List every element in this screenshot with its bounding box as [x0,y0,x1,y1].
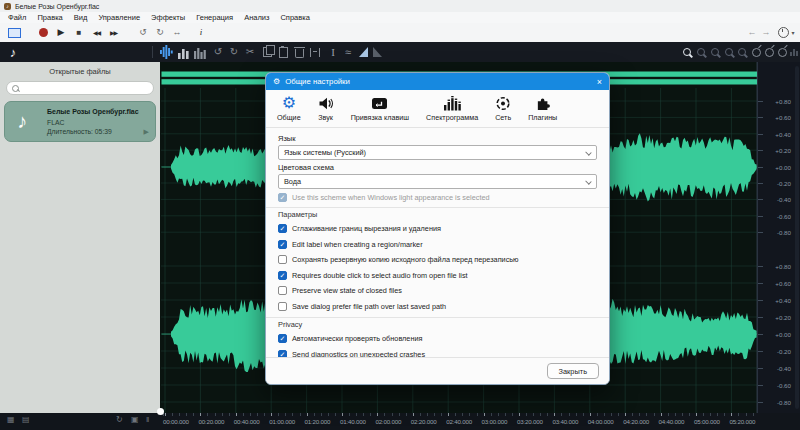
timeline-label: 05:00.000 [694,418,720,425]
checkbox[interactable] [278,255,287,264]
stop-button[interactable]: ■ [73,23,85,42]
menu-item-1[interactable]: Правка [37,13,62,22]
menu-item-4[interactable]: Эффекты [151,13,185,22]
info-button[interactable]: i [196,23,206,42]
list-view-icon[interactable]: ▤ [22,416,30,424]
checkbox-row[interactable]: Save dialog prefer file path over last s… [278,299,597,315]
checkbox-row[interactable]: ✓Edit label when creating a region/marke… [278,237,597,253]
scale-tick [758,150,763,151]
checkbox-row[interactable]: Сохранять резервную копию исходного файл… [278,252,597,268]
checkbox-row[interactable]: ✓Сглаживание границ вырезания и удаления [278,221,597,237]
close-button[interactable]: Закрыть [547,363,599,379]
fade-out-button[interactable] [371,42,383,62]
tab-network[interactable]: Сеть [495,94,511,122]
scale-tick [758,216,763,217]
menu-item-7[interactable]: Справка [280,13,309,22]
rewind-button[interactable]: ◀◀ [89,23,104,42]
paste-button[interactable] [277,42,290,62]
seek-button[interactable]: ↔ [171,23,183,42]
loop-button[interactable]: ↺ [137,23,149,42]
menu-item-0[interactable]: Файл [8,13,26,22]
checkbox-row[interactable]: ✓Requires double click to select audio f… [278,268,597,284]
loop-region-icon[interactable]: ↻ [116,416,123,424]
close-icon[interactable]: × [597,77,602,87]
menu-item-2[interactable]: Вид [74,13,88,22]
trim-button[interactable] [308,42,321,62]
timeline-label: 03:20.000 [517,418,543,425]
dialog-title-bar[interactable]: ⚙ Общие настройки × [266,73,609,90]
snap-icon[interactable]: ▣ [131,416,139,424]
tab-sound[interactable]: Звук [318,94,334,122]
copy-button[interactable] [260,42,274,62]
pause-marks-icon[interactable]: ‖ [146,416,149,424]
checkbox[interactable] [278,302,287,311]
next-button[interactable]: → [760,23,772,42]
tab-keybind[interactable]: Привязка клавиш [351,94,409,122]
zoom-in-button[interactable] [681,42,693,62]
scheme-option-label: Use this scheme when Windows light appea… [292,193,490,202]
envelope-tool-button[interactable]: ≈ [342,42,354,62]
timeline-label: 02:20.000 [411,418,437,425]
spectrogram-view-button[interactable] [192,42,207,62]
redo-button[interactable]: ↻ [228,42,240,62]
selection-tool-button[interactable] [6,23,22,42]
timeline-label: 03:00.000 [482,418,508,425]
bars-view-button[interactable] [176,42,190,62]
checkbox-row[interactable]: Preserve view state of closed files [278,283,597,299]
checkbox-row[interactable]: ✓Автоматически проверять обновления [278,331,597,347]
zoom-fit-project-button[interactable] [763,42,775,62]
title-bar[interactable]: ♪ Белые Розы Оренбург.flac [0,0,800,12]
cut-button[interactable]: ✂ [244,42,256,62]
prev-button[interactable]: ← [746,23,758,42]
play-button[interactable]: ▶ [55,23,67,42]
forward-button[interactable]: ▶▶ [106,23,121,42]
timeline-label: 01:40.000 [340,418,366,425]
zoom-selection-button[interactable] [723,42,735,62]
search-box[interactable] [6,81,154,95]
checkbox[interactable]: ✓ [278,334,287,343]
scrollbar[interactable] [795,66,799,409]
playhead-marker[interactable] [157,408,164,415]
waveform-view-button[interactable] [158,42,174,62]
zoom-fit-button[interactable] [750,42,762,62]
language-select[interactable]: Язык системы (Русский) [278,145,597,160]
tab-spectrogram[interactable]: Спектрограмма [426,94,478,122]
zoom-out-button[interactable] [695,42,707,62]
timeline-label: 00:00.000 [163,418,189,425]
gear-icon: ⚙ [273,78,280,86]
forward-icon: ▶▶ [110,30,117,36]
meter-button[interactable] [789,42,799,62]
scale-label: -0.20 [777,180,791,187]
checkbox[interactable]: ✓ [278,271,287,280]
timeline-ruler[interactable] [160,413,757,416]
zoom-in-icon [683,48,691,56]
ibeam-tool-button[interactable]: I [328,42,338,62]
tab-plugins[interactable]: Плагины [528,94,557,122]
menu-item-6[interactable]: Анализ [244,13,269,22]
zoom-toggle-button[interactable] [736,42,748,62]
undo-button[interactable]: ↺ [212,42,224,62]
scheme-select[interactable]: Вода [278,174,597,189]
delete-button[interactable] [293,42,306,62]
checkbox[interactable]: ✓ [278,240,287,249]
search-input[interactable] [22,84,146,93]
play-file-icon[interactable]: ▶ [144,128,149,136]
record-button[interactable] [36,23,50,42]
history-caret[interactable]: ▾ [789,23,797,42]
zoom-reset-button[interactable] [776,42,788,62]
section-title: Privacy [278,320,597,329]
trash-icon [295,49,304,58]
menu-item-3[interactable]: Управление [98,13,140,22]
tab-gear[interactable]: ⚙Общие [277,94,301,122]
repeat-button[interactable]: ↻ [154,23,166,42]
file-card[interactable]: ♪ Белые Розы Оренбург.flac FLAC Длительн… [4,101,156,142]
menu-item-5[interactable]: Генерация [196,13,233,22]
tab-label: Общие [277,113,301,122]
fade-in-button[interactable] [357,42,369,62]
zoom-normal-button[interactable] [709,42,721,62]
zoom-out-icon [697,48,705,56]
checkbox[interactable] [278,286,287,295]
checkbox[interactable]: ✓ [278,224,287,233]
history-button[interactable] [777,23,789,42]
grid-view-icon[interactable]: ▦ [7,416,15,424]
